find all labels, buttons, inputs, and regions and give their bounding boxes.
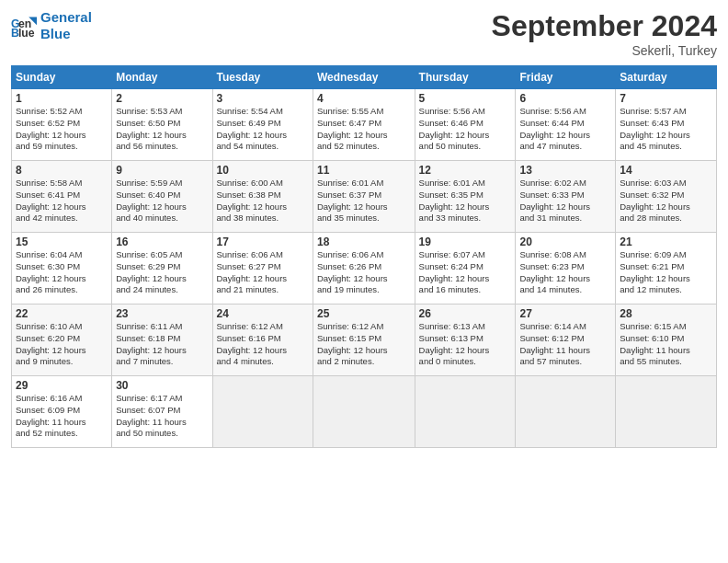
day-cell-7: 7 Sunrise: 5:57 AMSunset: 6:43 PMDayligh… (616, 89, 717, 161)
day-cell-20: 20 Sunrise: 6:08 AMSunset: 6:23 PMDaylig… (516, 233, 616, 304)
logo-text: General Blue (40, 9, 92, 42)
day-cell-6: 6 Sunrise: 5:56 AMSunset: 6:44 PMDayligh… (516, 89, 616, 161)
day-cell-25: 25 Sunrise: 6:12 AMSunset: 6:15 PMDaylig… (313, 304, 415, 376)
col-sunday: Sunday (12, 66, 112, 89)
day-cell-27: 27 Sunrise: 6:14 AMSunset: 6:12 PMDaylig… (516, 304, 616, 376)
day-cell-5: 5 Sunrise: 5:56 AMSunset: 6:46 PMDayligh… (415, 89, 516, 161)
day-cell-15: 15 Sunrise: 6:04 AMSunset: 6:30 PMDaylig… (12, 233, 112, 304)
day-cell-21: 21 Sunrise: 6:09 AMSunset: 6:21 PMDaylig… (616, 233, 717, 304)
table-row: 15 Sunrise: 6:04 AMSunset: 6:30 PMDaylig… (12, 233, 717, 304)
day-cell-11: 11 Sunrise: 6:01 AMSunset: 6:37 PMDaylig… (313, 161, 415, 233)
title-area: September 2024 Sekerli, Turkey (492, 9, 717, 58)
empty-cell (616, 376, 717, 448)
day-cell-30: 30 Sunrise: 6:17 AMSunset: 6:07 PMDaylig… (112, 376, 212, 448)
calendar-table: Sunday Monday Tuesday Wednesday Thursday… (11, 65, 717, 448)
day-cell-19: 19 Sunrise: 6:07 AMSunset: 6:24 PMDaylig… (415, 233, 516, 304)
day-cell-10: 10 Sunrise: 6:00 AMSunset: 6:38 PMDaylig… (212, 161, 313, 233)
col-friday: Friday (516, 66, 616, 89)
day-cell-13: 13 Sunrise: 6:02 AMSunset: 6:33 PMDaylig… (516, 161, 616, 233)
day-cell-23: 23 Sunrise: 6:11 AMSunset: 6:18 PMDaylig… (112, 304, 212, 376)
day-cell-8: 8 Sunrise: 5:58 AMSunset: 6:41 PMDayligh… (12, 161, 112, 233)
col-wednesday: Wednesday (313, 66, 415, 89)
table-row: 29 Sunrise: 6:16 AMSunset: 6:09 PMDaylig… (12, 376, 717, 448)
day-cell-24: 24 Sunrise: 6:12 AMSunset: 6:16 PMDaylig… (212, 304, 313, 376)
empty-cell (415, 376, 516, 448)
col-tuesday: Tuesday (212, 66, 313, 89)
empty-cell (516, 376, 616, 448)
day-cell-2: 2 Sunrise: 5:53 AMSunset: 6:50 PMDayligh… (112, 89, 212, 161)
col-monday: Monday (112, 66, 212, 89)
day-cell-14: 14 Sunrise: 6:03 AMSunset: 6:32 PMDaylig… (616, 161, 717, 233)
day-cell-3: 3 Sunrise: 5:54 AMSunset: 6:49 PMDayligh… (212, 89, 313, 161)
day-cell-28: 28 Sunrise: 6:15 AMSunset: 6:10 PMDaylig… (616, 304, 717, 376)
day-cell-16: 16 Sunrise: 6:05 AMSunset: 6:29 PMDaylig… (112, 233, 212, 304)
empty-cell (212, 376, 313, 448)
month-title: September 2024 (492, 9, 717, 43)
location-subtitle: Sekerli, Turkey (492, 43, 717, 58)
day-cell-1: 1 Sunrise: 5:52 AMSunset: 6:52 PMDayligh… (12, 89, 112, 161)
day-cell-22: 22 Sunrise: 6:10 AMSunset: 6:20 PMDaylig… (12, 304, 112, 376)
table-row: 8 Sunrise: 5:58 AMSunset: 6:41 PMDayligh… (12, 161, 717, 233)
col-thursday: Thursday (415, 66, 516, 89)
empty-cell (313, 376, 415, 448)
table-row: 22 Sunrise: 6:10 AMSunset: 6:20 PMDaylig… (12, 304, 717, 376)
day-cell-12: 12 Sunrise: 6:01 AMSunset: 6:35 PMDaylig… (415, 161, 516, 233)
table-row: 1 Sunrise: 5:52 AMSunset: 6:52 PMDayligh… (12, 89, 717, 161)
day-cell-9: 9 Sunrise: 5:59 AMSunset: 6:40 PMDayligh… (112, 161, 212, 233)
header: G en B lue General Blue September 2024 S… (11, 9, 717, 58)
day-cell-29: 29 Sunrise: 6:16 AMSunset: 6:09 PMDaylig… (12, 376, 112, 448)
logo-icon: G en B lue (11, 13, 37, 39)
logo: G en B lue General Blue (11, 9, 92, 42)
day-cell-4: 4 Sunrise: 5:55 AMSunset: 6:47 PMDayligh… (313, 89, 415, 161)
day-cell-18: 18 Sunrise: 6:06 AMSunset: 6:26 PMDaylig… (313, 233, 415, 304)
page-container: G en B lue General Blue September 2024 S… (0, 0, 728, 457)
day-cell-26: 26 Sunrise: 6:13 AMSunset: 6:13 PMDaylig… (415, 304, 516, 376)
svg-text:lue: lue (18, 27, 35, 39)
day-cell-17: 17 Sunrise: 6:06 AMSunset: 6:27 PMDaylig… (212, 233, 313, 304)
col-saturday: Saturday (616, 66, 717, 89)
